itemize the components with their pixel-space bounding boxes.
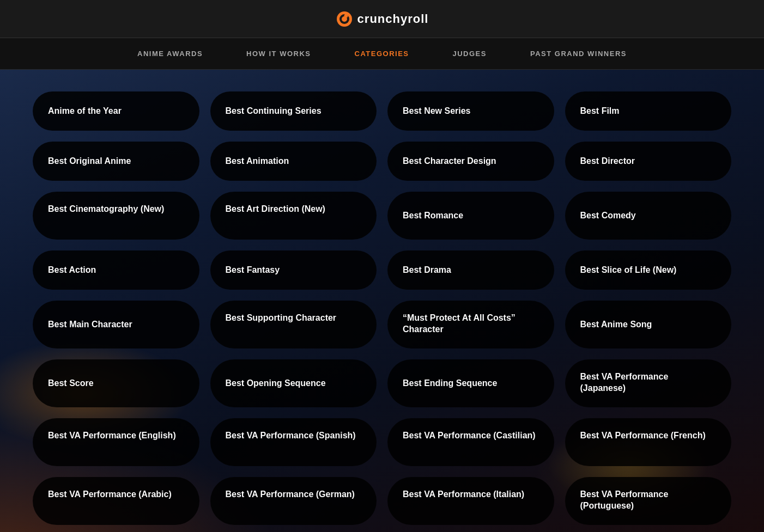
main-content: Anime of the YearBest Continuing SeriesB…	[0, 70, 764, 532]
nav-judges[interactable]: JUDGES	[453, 50, 487, 58]
category-btn-best-va-spanish[interactable]: Best VA Performance (Spanish)	[210, 418, 377, 466]
category-btn-best-score[interactable]: Best Score	[33, 359, 199, 407]
nav-anime-awards[interactable]: ANIME AWARDS	[137, 50, 203, 58]
nav-categories[interactable]: CATEGORIES	[355, 50, 409, 58]
category-btn-best-va-italian[interactable]: Best VA Performance (Italian)	[387, 477, 554, 525]
category-btn-best-anime-song[interactable]: Best Anime Song	[565, 301, 732, 348]
site-header: crunchyroll	[0, 0, 764, 38]
category-btn-anime-of-the-year[interactable]: Anime of the Year	[33, 91, 199, 131]
category-btn-best-opening-sequence[interactable]: Best Opening Sequence	[210, 359, 377, 407]
category-btn-best-comedy[interactable]: Best Comedy	[565, 192, 732, 240]
category-btn-best-art-direction[interactable]: Best Art Direction (New)	[210, 192, 377, 240]
category-btn-best-original-anime[interactable]: Best Original Anime	[33, 142, 199, 181]
category-btn-best-fantasy[interactable]: Best Fantasy	[210, 250, 377, 290]
category-btn-best-film[interactable]: Best Film	[565, 91, 732, 131]
category-btn-best-new-series[interactable]: Best New Series	[387, 91, 554, 131]
category-btn-best-director[interactable]: Best Director	[565, 142, 732, 181]
crunchyroll-logo-icon	[336, 10, 353, 28]
category-btn-best-va-japanese[interactable]: Best VA Performance (Japanese)	[565, 359, 732, 407]
category-btn-best-slice-of-life[interactable]: Best Slice of Life (New)	[565, 250, 732, 290]
category-btn-best-cinematography[interactable]: Best Cinematography (New)	[33, 192, 199, 240]
category-btn-best-drama[interactable]: Best Drama	[387, 250, 554, 290]
category-btn-best-continuing-series[interactable]: Best Continuing Series	[210, 91, 377, 131]
category-btn-best-ending-sequence[interactable]: Best Ending Sequence	[387, 359, 554, 407]
category-btn-best-supporting-character[interactable]: Best Supporting Character	[210, 301, 377, 348]
category-btn-best-va-german[interactable]: Best VA Performance (German)	[210, 477, 377, 525]
main-nav: ANIME AWARDS HOW IT WORKS CATEGORIES JUD…	[0, 38, 764, 70]
category-btn-best-va-portuguese[interactable]: Best VA Performance (Portuguese)	[565, 477, 732, 525]
logo-text: crunchyroll	[357, 12, 429, 26]
svg-point-3	[344, 14, 348, 17]
category-btn-best-va-french[interactable]: Best VA Performance (French)	[565, 418, 732, 466]
category-btn-best-main-character[interactable]: Best Main Character	[33, 301, 199, 348]
category-btn-best-romance[interactable]: Best Romance	[387, 192, 554, 240]
categories-grid: Anime of the YearBest Continuing SeriesB…	[33, 91, 731, 525]
category-btn-best-va-castilian[interactable]: Best VA Performance (Castilian)	[387, 418, 554, 466]
category-btn-best-va-arabic[interactable]: Best VA Performance (Arabic)	[33, 477, 199, 525]
category-btn-best-va-english[interactable]: Best VA Performance (English)	[33, 418, 199, 466]
nav-how-it-works[interactable]: HOW IT WORKS	[246, 50, 311, 58]
category-btn-best-action[interactable]: Best Action	[33, 250, 199, 290]
nav-past-grand-winners[interactable]: PAST GRAND WINNERS	[530, 50, 627, 58]
logo-container: crunchyroll	[336, 10, 429, 28]
category-btn-best-animation[interactable]: Best Animation	[210, 142, 377, 181]
category-btn-best-character-design[interactable]: Best Character Design	[387, 142, 554, 181]
category-btn-must-protect-character[interactable]: “Must Protect At All Costs” Character	[387, 301, 554, 348]
